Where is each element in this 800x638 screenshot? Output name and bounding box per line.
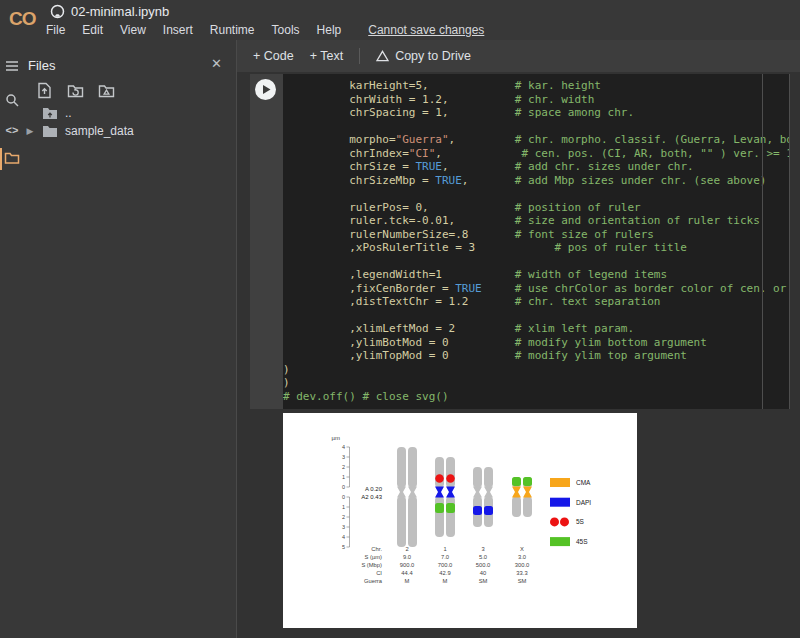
svg-text:1: 1 [443, 546, 446, 552]
svg-text:1: 1 [342, 504, 345, 510]
svg-text:2: 2 [342, 514, 345, 520]
menu-items: FileEditViewInsertRuntimeToolsHelp [46, 23, 358, 37]
mount-drive-icon[interactable] [98, 82, 115, 99]
files-panel-title: Files [28, 58, 55, 73]
code-editor[interactable]: karHeight=5, # kar. height chrWidth = 1.… [283, 74, 790, 409]
svg-text:40: 40 [480, 570, 486, 576]
add-code-button[interactable]: + Code [253, 49, 294, 63]
menu-insert[interactable]: Insert [163, 23, 193, 37]
toc-icon[interactable] [4, 58, 20, 74]
code-line[interactable]: ,distTextChr = 1.2 # chr. text separatio… [283, 295, 789, 309]
notebook-toolbar: + Code + Text Copy to Drive [237, 40, 800, 72]
svg-text:S (µm): S (µm) [364, 554, 382, 560]
svg-text:2: 2 [342, 464, 345, 470]
svg-text:45S: 45S [576, 538, 588, 545]
svg-text:3: 3 [481, 546, 484, 552]
code-line[interactable]: morpho="Guerra", # chr. morpho. classif.… [283, 133, 789, 147]
code-line[interactable]: ,xPosRulerTitle = 3 # pos of ruler title [283, 241, 789, 255]
add-text-button[interactable]: + Text [310, 49, 343, 63]
svg-text:2: 2 [405, 546, 408, 552]
svg-text:A 0.20: A 0.20 [365, 486, 383, 492]
tree-item-parent[interactable]: .. [24, 104, 234, 122]
menu-tools[interactable]: Tools [272, 23, 300, 37]
svg-text:0: 0 [342, 484, 345, 490]
code-line[interactable]: chrSizeMbp = TRUE, # add Mbp sizes under… [283, 174, 789, 188]
close-icon[interactable]: ✕ [211, 56, 222, 71]
copy-to-drive-button[interactable]: Copy to Drive [376, 49, 471, 63]
code-icon[interactable]: <> [4, 124, 20, 140]
svg-text:CMA: CMA [576, 479, 591, 486]
menu-bar: FileEditViewInsertRuntimeToolsHelp Canno… [46, 23, 484, 37]
code-line[interactable]: ,fixCenBorder = TRUE # use chrColor as b… [283, 282, 789, 296]
code-line[interactable]: karHeight=5, # kar. height [283, 79, 789, 93]
tree-item-label: sample_data [65, 124, 134, 138]
svg-text:500.0: 500.0 [476, 562, 491, 568]
code-line[interactable]: chrSize = TRUE, # add chr. sizes under c… [283, 160, 789, 174]
svg-text:S (Mbp): S (Mbp) [361, 562, 382, 568]
code-line[interactable]: chrSpacing = 1, # space among chr. [283, 106, 789, 120]
search-icon[interactable] [4, 92, 20, 108]
svg-text:42.9: 42.9 [439, 570, 450, 576]
svg-text:300.0: 300.0 [515, 562, 530, 568]
tree-item-label: .. [65, 106, 72, 120]
chevron-right-icon[interactable]: ▶ [24, 126, 36, 136]
drive-icon [376, 50, 389, 62]
notebook-filename[interactable]: 02-minimal.ipynb [71, 4, 169, 19]
svg-text:3.0: 3.0 [518, 554, 526, 560]
folder-icon[interactable] [4, 150, 20, 166]
svg-text:Chr.: Chr. [371, 546, 382, 552]
cell-gutter [250, 74, 283, 409]
file-tree: .. ▶ sample_data [24, 104, 234, 140]
svg-text:33.3: 33.3 [516, 570, 527, 576]
code-line[interactable]: chrWidth = 1.2, # chr. width [283, 93, 789, 107]
upload-file-icon[interactable] [36, 82, 53, 99]
code-line[interactable] [283, 255, 789, 269]
code-line[interactable] [283, 120, 789, 134]
svg-text:3: 3 [342, 524, 345, 530]
svg-text:µm: µm [332, 435, 340, 441]
code-line[interactable] [283, 187, 789, 201]
github-icon [50, 4, 65, 19]
menu-runtime[interactable]: Runtime [210, 23, 255, 37]
code-line[interactable]: ) [283, 376, 789, 390]
folder-up-icon [42, 107, 58, 120]
left-rail: <> [0, 40, 24, 638]
karyotype-plot: µm43210012345A 0.20A2 0.43CMADAPI5S45SCh… [283, 413, 637, 628]
code-line[interactable] [283, 309, 789, 323]
svg-text:4: 4 [342, 534, 345, 540]
code-line[interactable]: chrIndex="CI", # cen. pos. (CI, AR, both… [283, 147, 789, 161]
refresh-folder-icon[interactable] [67, 82, 84, 99]
app-header: CO 02-minimal.ipynb FileEditViewInsertRu… [0, 0, 800, 40]
colab-logo[interactable]: CO [9, 8, 36, 30]
cell-output: µm43210012345A 0.20A2 0.43CMADAPI5S45SCh… [283, 413, 637, 628]
svg-text:1: 1 [342, 474, 345, 480]
code-line[interactable]: ,ylimTopMod = 0 # modify ylim top argume… [283, 349, 789, 363]
code-lines: karHeight=5, # kar. height chrWidth = 1.… [283, 79, 789, 403]
play-icon [255, 79, 276, 100]
code-line[interactable]: ,ylimBotMod = 0 # modify ylim bottom arg… [283, 336, 789, 350]
files-actions [36, 82, 115, 99]
code-line[interactable]: ruler.tck=-0.01, # size and orientation … [283, 214, 789, 228]
tree-item-sample-data[interactable]: ▶ sample_data [24, 122, 234, 140]
files-panel: Files ✕ .. [24, 40, 237, 638]
code-cell: karHeight=5, # kar. height chrWidth = 1.… [250, 74, 790, 409]
toolbar-divider [359, 48, 360, 64]
svg-text:Guerra: Guerra [364, 578, 383, 584]
svg-text:7.0: 7.0 [441, 554, 449, 560]
menu-view[interactable]: View [120, 23, 146, 37]
save-status-link[interactable]: Cannot save changes [368, 23, 484, 37]
code-line[interactable]: rulerNumberSize=.8 # font size of rulers [283, 228, 789, 242]
svg-text:700.0: 700.0 [438, 562, 453, 568]
svg-text:CI: CI [376, 570, 382, 576]
menu-help[interactable]: Help [317, 23, 342, 37]
code-line[interactable]: ,legendWidth=1 # width of legend items [283, 268, 789, 282]
svg-text:SM: SM [479, 578, 488, 584]
code-line[interactable]: ) [283, 363, 789, 377]
code-line[interactable]: ,xlimLeftMod = 2 # xlim left param. [283, 322, 789, 336]
run-cell-button[interactable] [255, 79, 276, 100]
menu-edit[interactable]: Edit [82, 23, 103, 37]
menu-file[interactable]: File [46, 23, 65, 37]
code-line[interactable]: # dev.off() # close svg() [283, 390, 789, 404]
svg-text:M: M [405, 578, 410, 584]
code-line[interactable]: rulerPos= 0, # position of ruler [283, 201, 789, 215]
